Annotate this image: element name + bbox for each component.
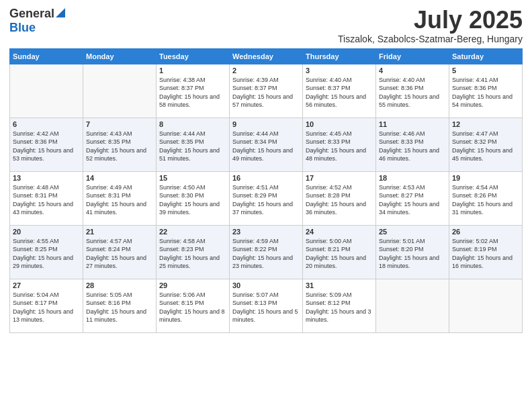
calendar-cell: 12Sunrise: 4:47 AM Sunset: 8:32 PM Dayli… — [449, 118, 523, 171]
day-number: 24 — [306, 228, 373, 236]
calendar-cell: 22Sunrise: 4:58 AM Sunset: 8:23 PM Dayli… — [157, 225, 230, 279]
calendar-cell: 29Sunrise: 5:06 AM Sunset: 8:15 PM Dayli… — [157, 279, 230, 332]
calendar-cell: 30Sunrise: 5:07 AM Sunset: 8:13 PM Dayli… — [230, 279, 303, 332]
calendar-week-row: 6Sunrise: 4:42 AM Sunset: 8:36 PM Daylig… — [10, 118, 523, 171]
calendar-header-friday: Friday — [376, 48, 449, 64]
calendar-cell: 17Sunrise: 4:52 AM Sunset: 8:28 PM Dayli… — [303, 171, 376, 225]
day-number: 17 — [306, 174, 373, 182]
calendar-header-wednesday: Wednesday — [230, 48, 303, 64]
page: General Blue July 2025 Tiszalok, Szabolc… — [0, 0, 532, 411]
day-number: 8 — [159, 120, 226, 128]
calendar-cell: 15Sunrise: 4:50 AM Sunset: 8:30 PM Dayli… — [157, 171, 230, 225]
day-info: Sunrise: 4:41 AM Sunset: 8:36 PM Dayligh… — [452, 76, 519, 109]
calendar-cell — [449, 279, 523, 332]
logo-general-text: General — [9, 7, 54, 21]
calendar-week-row: 13Sunrise: 4:48 AM Sunset: 8:31 PM Dayli… — [10, 171, 523, 225]
calendar-cell: 18Sunrise: 4:53 AM Sunset: 8:27 PM Dayli… — [376, 171, 449, 225]
calendar-cell: 20Sunrise: 4:55 AM Sunset: 8:25 PM Dayli… — [10, 225, 83, 279]
calendar-week-row: 27Sunrise: 5:04 AM Sunset: 8:17 PM Dayli… — [10, 279, 523, 332]
day-info: Sunrise: 5:00 AM Sunset: 8:21 PM Dayligh… — [306, 237, 373, 271]
day-info: Sunrise: 4:48 AM Sunset: 8:31 PM Dayligh… — [13, 183, 80, 217]
day-number: 9 — [232, 120, 300, 128]
calendar-header-sunday: Sunday — [10, 48, 83, 64]
calendar-cell: 23Sunrise: 4:59 AM Sunset: 8:22 PM Dayli… — [230, 225, 303, 279]
day-info: Sunrise: 5:05 AM Sunset: 8:16 PM Dayligh… — [86, 291, 153, 324]
calendar-cell: 21Sunrise: 4:57 AM Sunset: 8:24 PM Dayli… — [83, 225, 157, 279]
day-info: Sunrise: 5:09 AM Sunset: 8:12 PM Dayligh… — [306, 291, 373, 324]
day-info: Sunrise: 4:40 AM Sunset: 8:37 PM Dayligh… — [306, 76, 373, 109]
calendar-cell: 8Sunrise: 4:44 AM Sunset: 8:35 PM Daylig… — [157, 118, 230, 171]
calendar-cell: 2Sunrise: 4:39 AM Sunset: 8:37 PM Daylig… — [230, 64, 303, 118]
day-info: Sunrise: 4:44 AM Sunset: 8:35 PM Dayligh… — [159, 130, 226, 163]
main-title: July 2025 — [338, 7, 523, 34]
day-info: Sunrise: 4:46 AM Sunset: 8:33 PM Dayligh… — [379, 130, 446, 163]
day-number: 1 — [159, 66, 226, 75]
day-number: 20 — [13, 228, 80, 236]
day-number: 22 — [159, 228, 226, 236]
calendar-cell — [376, 279, 449, 332]
day-info: Sunrise: 4:38 AM Sunset: 8:37 PM Dayligh… — [159, 76, 226, 109]
day-info: Sunrise: 4:54 AM Sunset: 8:26 PM Dayligh… — [452, 183, 519, 217]
calendar-header-row: SundayMondayTuesdayWednesdayThursdayFrid… — [10, 48, 523, 64]
calendar-cell — [10, 64, 83, 118]
day-number: 18 — [379, 174, 446, 182]
day-info: Sunrise: 4:55 AM Sunset: 8:25 PM Dayligh… — [13, 237, 80, 271]
day-number: 26 — [452, 228, 519, 236]
logo-blue-text: Blue — [9, 21, 36, 34]
day-info: Sunrise: 4:53 AM Sunset: 8:27 PM Dayligh… — [379, 183, 446, 217]
day-info: Sunrise: 4:59 AM Sunset: 8:22 PM Dayligh… — [232, 237, 300, 271]
title-block: July 2025 Tiszalok, Szabolcs-Szatmar-Ber… — [338, 7, 523, 44]
day-number: 12 — [452, 120, 519, 128]
day-info: Sunrise: 4:50 AM Sunset: 8:30 PM Dayligh… — [159, 183, 226, 217]
calendar-cell: 27Sunrise: 5:04 AM Sunset: 8:17 PM Dayli… — [10, 279, 83, 332]
day-number: 11 — [379, 120, 446, 128]
calendar-cell: 1Sunrise: 4:38 AM Sunset: 8:37 PM Daylig… — [157, 64, 230, 118]
calendar-cell: 11Sunrise: 4:46 AM Sunset: 8:33 PM Dayli… — [376, 118, 449, 171]
day-number: 13 — [13, 174, 80, 182]
day-info: Sunrise: 4:51 AM Sunset: 8:29 PM Dayligh… — [232, 183, 300, 217]
day-info: Sunrise: 5:06 AM Sunset: 8:15 PM Dayligh… — [159, 291, 226, 324]
day-number: 29 — [159, 281, 226, 289]
calendar-header-thursday: Thursday — [303, 48, 376, 64]
day-number: 3 — [306, 66, 373, 75]
calendar-cell: 9Sunrise: 4:44 AM Sunset: 8:34 PM Daylig… — [230, 118, 303, 171]
header: General Blue July 2025 Tiszalok, Szabolc… — [9, 7, 523, 44]
calendar-header-saturday: Saturday — [449, 48, 523, 64]
day-number: 4 — [379, 66, 446, 75]
day-info: Sunrise: 4:42 AM Sunset: 8:36 PM Dayligh… — [13, 130, 80, 163]
calendar-cell: 28Sunrise: 5:05 AM Sunset: 8:16 PM Dayli… — [83, 279, 157, 332]
day-info: Sunrise: 4:58 AM Sunset: 8:23 PM Dayligh… — [159, 237, 226, 271]
day-info: Sunrise: 4:43 AM Sunset: 8:35 PM Dayligh… — [86, 130, 153, 163]
calendar-header-monday: Monday — [83, 48, 157, 64]
svg-marker-0 — [56, 8, 65, 17]
day-number: 28 — [86, 281, 153, 289]
day-number: 7 — [86, 120, 153, 128]
day-info: Sunrise: 5:02 AM Sunset: 8:19 PM Dayligh… — [452, 237, 519, 271]
day-info: Sunrise: 4:49 AM Sunset: 8:31 PM Dayligh… — [86, 183, 153, 217]
calendar-cell — [83, 64, 157, 118]
day-info: Sunrise: 4:44 AM Sunset: 8:34 PM Dayligh… — [232, 130, 300, 163]
day-info: Sunrise: 5:01 AM Sunset: 8:20 PM Dayligh… — [379, 237, 446, 271]
day-number: 14 — [86, 174, 153, 182]
subtitle: Tiszalok, Szabolcs-Szatmar-Bereg, Hungar… — [338, 34, 523, 44]
calendar-cell: 3Sunrise: 4:40 AM Sunset: 8:37 PM Daylig… — [303, 64, 376, 118]
calendar-cell: 14Sunrise: 4:49 AM Sunset: 8:31 PM Dayli… — [83, 171, 157, 225]
logo-triangle-icon — [56, 8, 65, 17]
calendar-cell: 16Sunrise: 4:51 AM Sunset: 8:29 PM Dayli… — [230, 171, 303, 225]
calendar: SundayMondayTuesdayWednesdayThursdayFrid… — [9, 48, 523, 333]
calendar-cell: 5Sunrise: 4:41 AM Sunset: 8:36 PM Daylig… — [449, 64, 523, 118]
day-number: 10 — [306, 120, 373, 128]
calendar-cell: 10Sunrise: 4:45 AM Sunset: 8:33 PM Dayli… — [303, 118, 376, 171]
calendar-cell: 7Sunrise: 4:43 AM Sunset: 8:35 PM Daylig… — [83, 118, 157, 171]
calendar-week-row: 20Sunrise: 4:55 AM Sunset: 8:25 PM Dayli… — [10, 225, 523, 279]
day-number: 23 — [232, 228, 300, 236]
calendar-cell: 24Sunrise: 5:00 AM Sunset: 8:21 PM Dayli… — [303, 225, 376, 279]
day-info: Sunrise: 4:57 AM Sunset: 8:24 PM Dayligh… — [86, 237, 153, 271]
calendar-cell: 4Sunrise: 4:40 AM Sunset: 8:36 PM Daylig… — [376, 64, 449, 118]
day-number: 19 — [452, 174, 519, 182]
day-info: Sunrise: 4:52 AM Sunset: 8:28 PM Dayligh… — [306, 183, 373, 217]
calendar-cell: 13Sunrise: 4:48 AM Sunset: 8:31 PM Dayli… — [10, 171, 83, 225]
day-number: 5 — [452, 66, 519, 75]
day-info: Sunrise: 4:39 AM Sunset: 8:37 PM Dayligh… — [232, 76, 300, 109]
day-info: Sunrise: 5:07 AM Sunset: 8:13 PM Dayligh… — [232, 291, 300, 324]
